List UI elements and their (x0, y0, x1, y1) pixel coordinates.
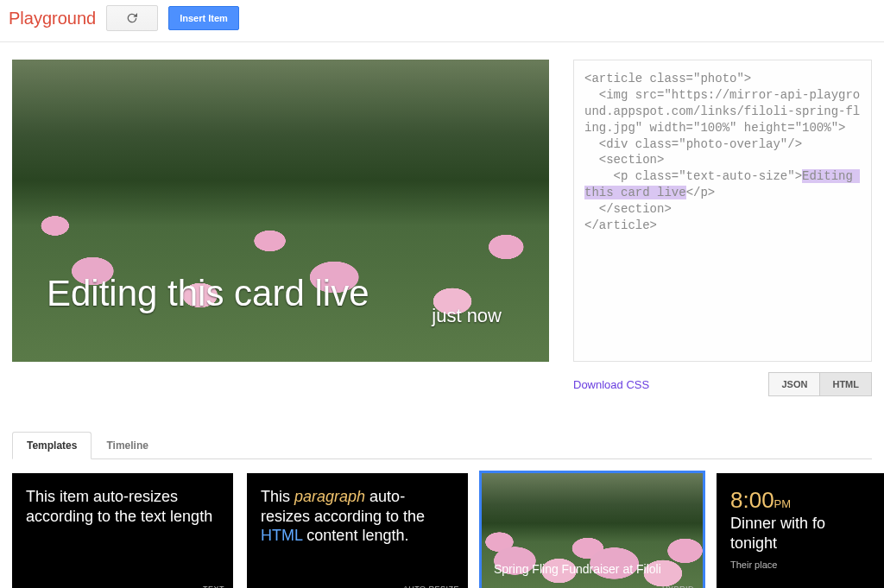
template-event-time: 8:00PM (730, 487, 884, 514)
json-toggle-button[interactable]: JSON (768, 372, 820, 396)
template-event-sub: Their place (730, 560, 884, 570)
template-badge: TEXT (203, 585, 224, 588)
template-event-line2: tonight (730, 534, 884, 553)
template-text-body: This item auto-resizes according to the … (26, 487, 219, 526)
download-css-link[interactable]: Download CSS (573, 378, 649, 391)
side-controls: Download CSS JSON HTML (573, 372, 872, 396)
templates-strip: This item auto-resizes according to the … (0, 459, 884, 588)
preview-timestamp: just now (432, 305, 502, 327)
tab-timeline[interactable]: Timeline (92, 432, 162, 459)
code-panel: <article class="photo"> <img src="https:… (573, 60, 872, 396)
html-toggle-button[interactable]: HTML (820, 372, 872, 396)
template-badge: HYBRID (662, 585, 694, 588)
template-text[interactable]: This item auto-resizes according to the … (12, 473, 233, 588)
format-toggle: JSON HTML (768, 372, 872, 396)
template-hybrid[interactable]: Spring Fling Fundraiser at Filoli HYBRID (482, 473, 703, 588)
header: Playground Insert Item (0, 0, 884, 42)
brand-title: Playground (9, 9, 96, 28)
tab-templates[interactable]: Templates (12, 432, 92, 459)
card-preview: Editing this card live just now (12, 60, 549, 362)
refresh-icon (125, 11, 139, 25)
main-row: Editing this card live just now <article… (0, 42, 884, 414)
template-event[interactable]: 8:00PM Dinner with fo tonight Their plac… (717, 473, 884, 588)
refresh-button[interactable] (106, 5, 158, 31)
template-auto-resize-body: This paragraph auto-resizes according to… (261, 487, 454, 546)
html-code-editor[interactable]: <article class="photo"> <img src="https:… (573, 60, 872, 362)
template-hybrid-caption: Spring Fling Fundraiser at Filoli (494, 562, 661, 576)
template-event-line1: Dinner with fo (730, 514, 884, 534)
template-auto-resize[interactable]: This paragraph auto-resizes according to… (247, 473, 468, 588)
preview-overlay-text: Editing this card live (47, 273, 369, 314)
template-badge: AUTO RESIZE (403, 585, 459, 588)
insert-item-button[interactable]: Insert Item (168, 6, 239, 30)
tabs-row: Templates Timeline (12, 431, 872, 459)
